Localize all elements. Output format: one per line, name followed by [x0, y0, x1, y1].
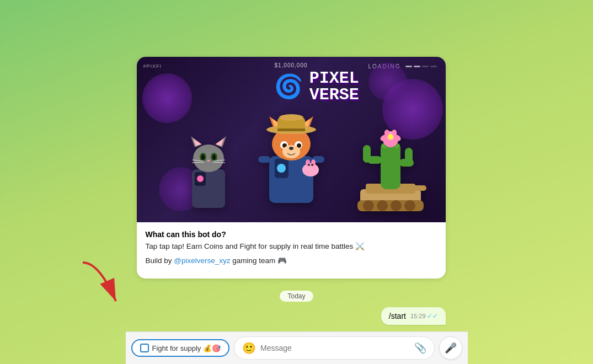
loading-dots — [405, 66, 437, 67]
fox-character — [255, 101, 327, 222]
quick-action-icon — [140, 344, 149, 352]
svg-point-50 — [404, 200, 415, 211]
mic-icon: 🎤 — [445, 342, 457, 354]
svg-point-35 — [289, 147, 293, 150]
svg-point-4 — [193, 144, 224, 172]
message-input[interactable] — [260, 344, 410, 352]
mic-button[interactable]: 🎤 — [439, 336, 462, 360]
game-logo: 🌀 PIXEL VERSE — [274, 70, 359, 103]
today-badge: Today — [280, 291, 313, 302]
cactus-character — [352, 115, 429, 222]
bot-message-card: #PIXFI LOADING $1,000,000 — [137, 57, 446, 279]
read-check-marks: ✓✓ — [427, 312, 438, 320]
banner-characters — [137, 101, 446, 222]
svg-rect-51 — [402, 185, 426, 191]
svg-point-3 — [197, 175, 204, 182]
svg-point-42 — [308, 164, 310, 166]
svg-point-49 — [391, 200, 402, 211]
emoji-button[interactable]: 🙂 — [242, 341, 256, 355]
user-message-text: /start — [389, 312, 406, 320]
loading-dot-2 — [414, 66, 420, 67]
svg-point-20 — [277, 164, 286, 173]
input-bar: Fight for supply 💰🎯 🙂 📎 🎤 — [126, 331, 468, 364]
bot-message-title: What can this bot do? — [146, 230, 437, 239]
cat-character — [181, 125, 236, 222]
top-badge: #PIXFI — [143, 63, 162, 69]
game-banner: #PIXFI LOADING $1,000,000 — [137, 57, 446, 222]
svg-rect-29 — [277, 129, 305, 131]
svg-rect-54 — [363, 145, 371, 163]
message-time: 15:29 ✓✓ — [410, 312, 438, 320]
user-message: /start 15:29 ✓✓ — [381, 307, 446, 325]
today-divider: Today — [131, 291, 462, 302]
chat-content: #PIXFI LOADING $1,000,000 — [131, 57, 462, 332]
attach-button[interactable]: 📎 — [414, 342, 426, 354]
svg-rect-52 — [381, 142, 400, 189]
bot-message-build: Build by @pixelverse_xyz gaming team 🎮 — [146, 255, 437, 266]
galaxy-icon: 🌀 — [274, 73, 303, 100]
counter-display: $1,000,000 — [274, 62, 307, 68]
svg-rect-36 — [258, 156, 270, 163]
message-input-wrapper: 🙂 📎 — [234, 336, 435, 360]
bot-message-body: Tap tap tap! Earn Coins and Fight for su… — [146, 241, 437, 252]
bot-message-text: What can this bot do? Tap tap tap! Earn … — [137, 222, 446, 279]
svg-rect-56 — [405, 148, 413, 164]
loading-dot-3 — [422, 66, 429, 67]
svg-point-48 — [377, 200, 388, 211]
pixelverse-title: PIXEL VERSE — [309, 70, 359, 103]
loading-dot-4 — [430, 66, 437, 67]
quick-action-label: Fight for supply 💰🎯 — [152, 344, 221, 352]
orb-3 — [368, 62, 407, 101]
svg-point-47 — [363, 200, 374, 211]
svg-point-38 — [302, 163, 319, 176]
svg-point-43 — [311, 164, 313, 166]
svg-point-66 — [388, 134, 393, 140]
quick-action-button[interactable]: Fight for supply 💰🎯 — [131, 339, 230, 357]
chat-container: #PIXFI LOADING $1,000,000 — [0, 0, 593, 364]
loading-dot-1 — [405, 66, 412, 67]
svg-point-28 — [279, 114, 303, 121]
pixelverse-link[interactable]: @pixelverse_xyz — [174, 256, 230, 265]
user-message-row: /start 15:29 ✓✓ — [137, 307, 446, 325]
svg-point-11 — [201, 154, 205, 160]
svg-point-12 — [212, 154, 216, 160]
